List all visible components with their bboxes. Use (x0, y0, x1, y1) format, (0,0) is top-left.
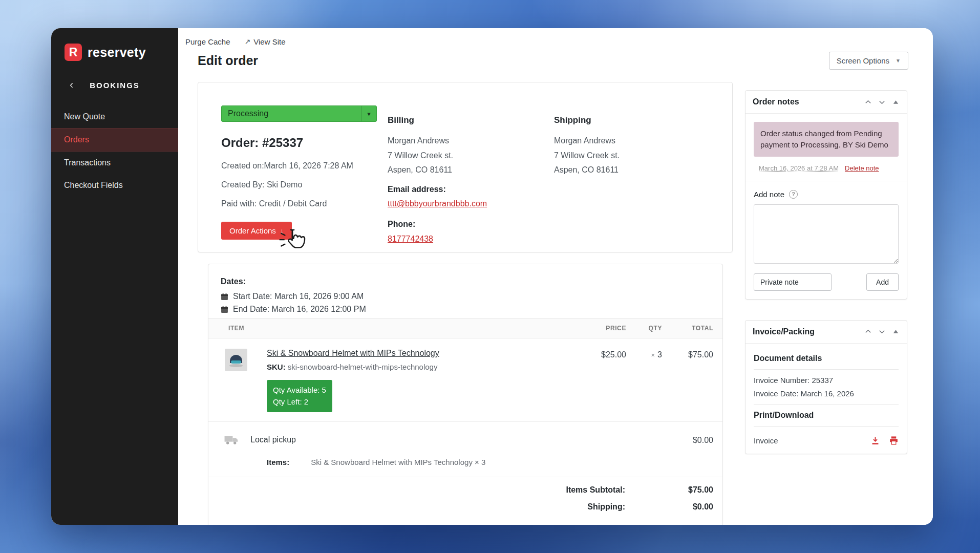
sidebar-item-checkout-fields[interactable]: Checkout Fields (51, 174, 178, 197)
shipping-name: Morgan Andrews (554, 135, 708, 146)
invoice-row-label: Invoice (754, 436, 778, 445)
invoice-packing-title: Invoice/Packing (753, 327, 815, 336)
main-area: Purge Cache ↗ View Site Edit order Scree… (178, 28, 933, 525)
reservety-logo[interactable]: R reservety (51, 28, 178, 72)
purge-cache-link[interactable]: Purge Cache (185, 37, 230, 46)
move-up-icon[interactable] (864, 98, 872, 106)
product-name-link[interactable]: Ski & Snowboard Helmet with MIPs Technol… (267, 349, 439, 357)
help-icon[interactable]: ? (789, 190, 798, 199)
multiply-icon: × (651, 351, 655, 359)
billing-phone-link[interactable]: 8177742438 (388, 235, 433, 244)
add-note-button[interactable]: Add (866, 273, 899, 291)
billing-address-line1: 7 Willow Creek st. (388, 150, 541, 161)
toggle-panel-icon[interactable] (892, 328, 900, 335)
move-up-icon[interactable] (864, 328, 872, 335)
shipping-total-value: $0.00 (662, 502, 713, 512)
order-actions-label: Order Actions (229, 226, 276, 235)
items-label: Items: (267, 458, 289, 466)
shipping-heading: Shipping (554, 115, 708, 125)
screen-options-label: Screen Options (837, 56, 889, 65)
invoice-date: Invoice Date: March 16, 2026 (754, 389, 899, 398)
order-created-by: Created By: Ski Demo (221, 180, 380, 189)
billing-email-link[interactable]: tttt@bbbyourbrandbbb.com (388, 199, 487, 208)
order-actions-button[interactable]: Order Actions ↓ (221, 222, 292, 240)
panel-divider (754, 404, 899, 405)
end-date-line: End Date: March 16, 2026 12:00 PM (221, 305, 722, 314)
product-qty: ×3 (626, 349, 662, 412)
product-sku-line: SKU: ski-snowboard-helmet-with-mips-tech… (267, 363, 439, 371)
order-notes-title: Order notes (753, 97, 799, 107)
view-site-link[interactable]: ↗ View Site (245, 37, 286, 46)
billing-email-label: Email address: (388, 184, 541, 195)
add-note-label: Add note (754, 190, 784, 199)
add-note-row: Add note ? (754, 190, 899, 199)
arrow-down-icon: ↓ (280, 226, 284, 235)
sidebar-section-bookings[interactable]: ‹ BOOKINGS (51, 72, 178, 98)
truck-icon (224, 434, 239, 445)
invoice-packing-panel: Invoice/Packing (745, 320, 907, 454)
sidebar-item-new-quote[interactable]: New Quote (51, 105, 178, 128)
add-note-textarea[interactable] (754, 204, 899, 264)
screen-options-button[interactable]: Screen Options ▼ (829, 52, 908, 70)
product-price: $25.00 (575, 349, 626, 412)
delete-note-link[interactable]: Delete note (845, 164, 879, 172)
order-created-on: Created on:March 16, 2026 7:28 AM (221, 161, 380, 171)
order-notes-header: Order notes (745, 91, 907, 114)
dates-section: Dates: Start Date: March 16, 2026 9:00 A… (208, 277, 722, 314)
download-invoice-icon[interactable] (870, 436, 880, 445)
sidebar-item-orders[interactable]: Orders (51, 128, 178, 152)
qty-available: Qty Available: 5 (273, 384, 326, 396)
admin-topbar: Purge Cache ↗ View Site (178, 28, 933, 52)
shipping-items-line: Items: Ski & Snowboard Helmet with MIPs … (208, 445, 722, 477)
shipping-total-label: Shipping: (587, 502, 625, 512)
order-number-title: Order: #25337 (221, 136, 380, 150)
shipping-section: Shipping Morgan Andrews 7 Willow Creek s… (554, 115, 708, 179)
collapse-sidebar-icon[interactable]: ‹ (70, 78, 74, 92)
order-status-select[interactable]: Processing ▾ (221, 105, 377, 122)
note-date: March 16, 2026 at 7:28 AM (759, 164, 839, 172)
external-link-arrow-icon: ↗ (245, 37, 251, 46)
order-totals: Items Subtotal: $75.00 Shipping: $0.00 (208, 477, 722, 525)
panel-divider (754, 369, 899, 370)
page-content: Processing ▾ Order: #25337 Created on:Ma… (178, 73, 933, 525)
invoice-document-row: Invoice (754, 436, 899, 445)
end-date-value: End Date: March 16, 2026 12:00 PM (233, 305, 366, 314)
caret-down-icon: ▼ (896, 58, 901, 63)
document-details-heading: Document details (754, 354, 899, 363)
app-window: R reservety ‹ BOOKINGS New Quote Orders … (51, 28, 933, 525)
note-type-select[interactable]: Private note (754, 273, 832, 291)
subtotal-label: Items Subtotal: (566, 485, 625, 495)
sku-label: SKU: (267, 363, 286, 371)
shipping-method-total: $0.00 (662, 434, 713, 445)
shipping-address-line1: 7 Willow Creek st. (554, 150, 708, 161)
billing-name: Morgan Andrews (388, 135, 541, 146)
subtotal-value: $75.00 (662, 485, 713, 495)
quantity-availability-badge: Qty Available: 5 Qty Left: 2 (267, 380, 332, 412)
move-down-icon[interactable] (878, 98, 886, 106)
panel-divider (745, 181, 907, 181)
billing-section: Billing Morgan Andrews 7 Willow Creek st… (388, 115, 541, 246)
sku-value: ski-snowboard-helmet-with-mips-technolog… (288, 363, 438, 371)
invoice-number: Invoice Number: 25337 (754, 376, 899, 385)
reservety-logo-icon: R (65, 44, 82, 61)
table-row-product: Ski & Snowboard Helmet with MIPs Technol… (208, 338, 722, 421)
start-date-value: Start Date: March 16, 2026 9:00 AM (233, 292, 364, 301)
reservety-logo-text: reservety (88, 45, 146, 60)
column-header-price: PRICE (575, 318, 626, 338)
product-thumbnail (225, 349, 247, 371)
invoice-packing-header: Invoice/Packing (745, 321, 907, 344)
sidebar-item-transactions[interactable]: Transactions (51, 152, 178, 174)
toggle-panel-icon[interactable] (892, 98, 900, 106)
billing-address-line2: Aspen, CO 81611 (388, 164, 541, 176)
print-invoice-icon[interactable] (889, 436, 899, 445)
shipping-total-row: Shipping: $0.00 (218, 502, 713, 512)
order-status-value: Processing (222, 109, 268, 118)
sidebar-section-label: BOOKINGS (90, 81, 140, 90)
column-header-item: ITEM (208, 318, 575, 338)
page-header: Edit order Screen Options ▼ (178, 52, 933, 73)
shipping-method-label: Local pickup (250, 435, 296, 444)
order-paid-with: Paid with: Credit / Debit Card (221, 199, 380, 208)
order-main-column: Processing ▾ Order: #25337 Created on:Ma… (198, 82, 733, 525)
page-title: Edit order (198, 53, 258, 68)
move-down-icon[interactable] (878, 328, 886, 335)
